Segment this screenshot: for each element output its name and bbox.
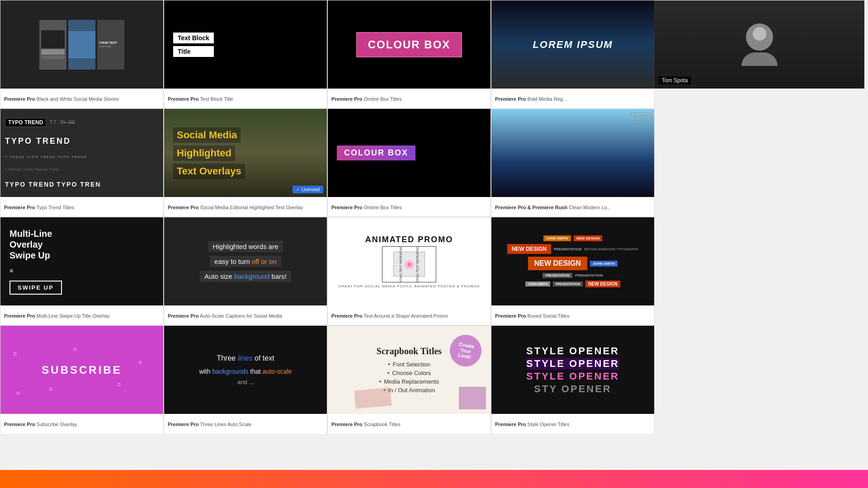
story-item-3: YOUR TEXT CAPTION [97, 20, 124, 70]
card-bold-media[interactable]: LOREM IPSUM Tom Spota [491, 0, 655, 108]
style-row-1: STYLE OPENER [526, 345, 619, 357]
tag-presentation-2: PRESENTATION [553, 282, 583, 286]
free-badge: FREE [631, 113, 651, 121]
card-ombre-box[interactable]: COLOUR BOX Premiere Pro Ombre Box Titles [327, 108, 491, 217]
brand-label: Premiere Pro [168, 96, 198, 102]
product-name: Boxed Social Titles [528, 313, 570, 319]
card-info: Premiere Pro Social Media Editorial High… [164, 197, 327, 217]
card-highlighted[interactable]: Social Media Highlighted Text Overlays ✓… [164, 108, 327, 217]
scrapbook-item-media: Media Replacements [379, 378, 439, 385]
scrapbook-title: Scrapbook Titles [377, 346, 442, 357]
product-name: Style Opener Titles [528, 422, 570, 427]
tag-new-design-2: NEW DESIGN [507, 244, 551, 254]
brand-label: Premiere Pro [331, 313, 362, 319]
product-name: Three Lines Auto Scale [200, 422, 251, 427]
brand-label: Premiere Pro [495, 96, 526, 102]
card-typo-trend[interactable]: TYPO TREND T T TY--DD TYPO TREND T TREND… [0, 108, 164, 217]
story-item-1 [39, 20, 66, 70]
card-bw-stories[interactable]: YOUR TEXT CAPTION Premiere Pro Black and… [0, 0, 164, 108]
card-colour-box[interactable]: COLOUR BOX Premiere Pro Ombre Box Titles [327, 0, 491, 108]
tag-john-smith-3: JOHN SMITH [525, 282, 550, 286]
scrapbook-item-colors: Choose Colors [387, 370, 431, 376]
card-thumbnail: Three lines of text with backgrounds tha… [164, 326, 327, 414]
card-thumbnail: FREE [491, 109, 654, 197]
brand-label: Premiere Pro [4, 422, 35, 427]
person-name: Tom Spota [658, 76, 691, 84]
card-thumbnail: COLOUR BOX [328, 109, 491, 197]
card-scrapbook[interactable]: Scrapbook Titles Font Selection Choose C… [327, 325, 491, 435]
promo-title: ANIMATED PROMO [365, 235, 453, 244]
product-label: Premiere Pro Black and White Social Medi… [4, 96, 160, 102]
card-subscribe[interactable]: SUBSCRIBE Premiere Pro Subscribe Overlay [0, 325, 164, 435]
card-info: Premiere Pro Auto-Scale Captions for Soc… [164, 305, 327, 325]
colour-box-label: COLOUR BOX [356, 32, 462, 57]
multiline-title: Multi-Line Overlay Swipe Up [9, 228, 52, 261]
product-label: Premiere Pro Subscribe Overlay [4, 422, 160, 427]
card-thumbnail: JOHN SMITH NEW DESIGN NEW DESIGN PRESENT… [491, 217, 654, 305]
card-info: Premiere Pro Style Opener Titles [491, 414, 654, 434]
brand-label: Premiere Pro [168, 313, 198, 319]
tag-new-design-3: NEW DESIGN [528, 257, 587, 270]
card-boxed-social[interactable]: JOHN SMITH NEW DESIGN NEW DESIGN PRESENT… [491, 217, 655, 325]
card-info: Premiere Pro Black and White Social Medi… [0, 89, 163, 108]
product-label: Premiere Pro Multi-Line Swipe Up Title O… [4, 313, 160, 319]
card-info: Premiere Pro Ombre Box Titles [328, 89, 491, 108]
card-multiline-swipe[interactable]: Multi-Line Overlay Swipe Up ≡ SWIPE UP P… [0, 217, 164, 325]
brand-label: Premiere Pro [495, 422, 526, 427]
product-name: Multi-Line Swipe Up Title Overlay [37, 313, 110, 319]
product-name: Subscribe Overlay [37, 422, 77, 427]
product-label: Premiere Pro Typo Trend Titles [4, 205, 160, 210]
brand-label: Premiere Pro [495, 313, 526, 319]
brand-label: Premiere Pro [168, 422, 198, 427]
card-info: Premiere Pro Text Around a Shape Animate… [328, 305, 491, 325]
product-name: Text Block Title [200, 96, 233, 102]
tag-new-design-1: NEW DESIGN [574, 235, 603, 241]
card-style-opener[interactable]: STYLE OPENER STYLE OPENER STYLE OPENER S… [491, 325, 655, 435]
product-name: Ombre Box Titles [364, 96, 402, 102]
boxed-row-5: JOHN SMITH PRESENTATION NEW DESIGN [525, 281, 620, 287]
card-three-lines[interactable]: Three lines of text with backgrounds tha… [164, 325, 327, 435]
card-clean-modern[interactable]: FREE Premiere Pro & Premiere Rush Clean … [491, 108, 655, 217]
promo-subtitle: GREAT FOR SOCIAL MEDIA POSTS, ANIMATED P… [339, 284, 480, 288]
three-lines-text: Three lines of text [217, 354, 274, 362]
chevron-up-icon: ≡ [9, 267, 13, 274]
card-thumbnail: Multi-Line Overlay Swipe Up ≡ SWIPE UP [0, 217, 163, 305]
card-auto-scale[interactable]: Highlighted words are easy to turn off o… [164, 217, 327, 325]
product-label: Premiere Pro Style Opener Titles [495, 422, 651, 427]
card-info: Premiere Pro Scrapbook Titles [328, 414, 491, 434]
style-row-2: STYLE OPENER [526, 358, 619, 370]
boxed-row-2: NEW DESIGN PRESENTATION MOTION ANIMATION… [507, 244, 639, 254]
repeat-text-right: REPEATING TEXT REPEATING TEXT [416, 246, 419, 282]
story-item-2 [68, 20, 95, 70]
licensed-badge: ✓ Licensed [292, 186, 323, 193]
brand-label: Premiere Pro [331, 96, 362, 102]
boxed-row-4: PRESENTATION PRESENTATION [542, 273, 603, 278]
style-row-3: STYLE OPENER [526, 371, 619, 382]
tag-john-smith-2: JOHN SMITH [590, 261, 618, 267]
card-thumbnail: LOREM IPSUM [491, 0, 654, 89]
tag-presentation: PRESENTATION [542, 273, 572, 278]
card-thumbnail: STYLE OPENER STYLE OPENER STYLE OPENER S… [491, 326, 654, 414]
social-title-3: Text Overlays [173, 164, 245, 179]
brand-label: Premiere Pro [4, 313, 35, 319]
product-label: Premiere Pro Bold Media Reg... [495, 96, 651, 102]
repeating-box: REPEATING TEXT REPEATING TEXT 🌸 REPEATIN… [382, 246, 436, 282]
card-animated-promo[interactable]: ANIMATED PROMO REPEATING TEXT REPEATING … [327, 217, 491, 325]
product-label: Premiere Pro Three Lines Auto Scale [168, 422, 323, 427]
product-name: Auto-Scale Captions for Social Media [200, 313, 282, 319]
brand-label: Premiere Pro [4, 96, 35, 102]
card-info: Premiere Pro Three Lines Auto Scale [164, 414, 327, 434]
repeat-text-left: REPEATING TEXT REPEATING TEXT [399, 246, 402, 282]
swipe-up-box: SWIPE UP [9, 281, 62, 295]
brand-label: Premiere Pro [4, 205, 35, 210]
tag-new-design-4: NEW DESIGN [585, 281, 620, 287]
mountain-bg: LOREM IPSUM [491, 0, 654, 89]
tag-john-smith-1: JOHN SMITH [543, 235, 571, 241]
product-label: Premiere Pro Social Media Editorial High… [168, 205, 323, 210]
style-row-4: STY OPENER [534, 383, 611, 395]
card-info: Premiere Pro & Premiere Rush Clean Moder… [491, 197, 654, 217]
main-content: YOUR TEXT CAPTION Premiere Pro Black and… [0, 0, 868, 488]
card-text-block[interactable]: Text Block Title Premiere Pro Text Block… [164, 0, 327, 108]
card-info: Premiere Pro Subscribe Overlay [0, 414, 163, 434]
card-thumbnail: SUBSCRIBE [0, 326, 163, 414]
